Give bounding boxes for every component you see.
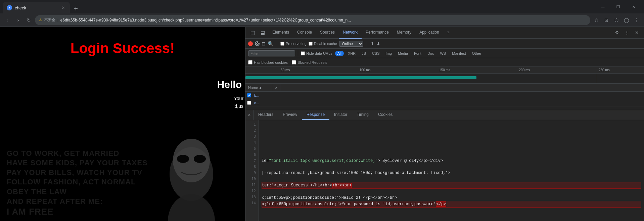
filter-bar: Hide data URLs All XHR JS CSS Img Media …	[245, 49, 644, 58]
request-list[interactable]: b... c...	[245, 92, 644, 110]
filter-media[interactable]: Media	[396, 51, 410, 56]
filter-other[interactable]: Other	[470, 51, 484, 56]
active-tab[interactable]: ● check ✕	[3, 2, 70, 13]
preserve-log-input[interactable]	[280, 42, 284, 46]
hide-data-urls-checkbox[interactable]: Hide data URLs	[301, 51, 332, 55]
filter-css[interactable]: CSS	[370, 51, 382, 56]
maximize-button[interactable]: ❐	[610, 0, 626, 13]
forward-button[interactable]: ›	[13, 15, 23, 25]
hide-data-urls-input[interactable]	[301, 51, 305, 55]
devtools-tab-sources[interactable]: Sources	[316, 27, 339, 39]
request-row-1-name: b...	[253, 93, 280, 97]
devtools-inspect-button[interactable]: ⬚	[248, 28, 257, 37]
filter-all[interactable]: All	[335, 51, 344, 56]
profile-button[interactable]: ◯	[622, 15, 631, 25]
sub-tab-headers[interactable]: Headers	[254, 110, 278, 120]
timeline-cursor	[596, 74, 596, 84]
filter-font[interactable]: Font	[412, 51, 423, 56]
webpage-content: Login Success! GO TO WORK, GET MARRIED H…	[0, 27, 245, 221]
request-row-1[interactable]: b...	[245, 92, 644, 99]
url-bar[interactable]: ⚠ 不安全 | e6dfa65b-5548-447e-a930-94ffa915…	[35, 15, 590, 25]
code-line-8	[262, 164, 641, 170]
filter-js[interactable]: JS	[360, 51, 368, 56]
sub-tab-response[interactable]: Response	[302, 110, 329, 120]
extensions-button[interactable]: ⬡	[612, 15, 621, 25]
row-1-checkbox-input[interactable]	[247, 93, 251, 97]
timeline-label-150ms: 150 ms	[405, 67, 485, 73]
network-throttle-select[interactable]: Online Fast 3G Slow 3G Offline	[339, 41, 363, 47]
main-area: Login Success! GO TO WORK, GET MARRIED H…	[0, 27, 644, 221]
devtools-split-pane: Name ▲ × b...	[245, 84, 644, 221]
separator-2	[367, 41, 367, 47]
refresh-button[interactable]: ↻	[24, 15, 34, 25]
devtools-tab-application[interactable]: Application	[415, 27, 443, 39]
blocked-requests-input[interactable]	[292, 60, 296, 64]
search-button[interactable]: 🔍	[268, 41, 273, 46]
filter-xhr[interactable]: XHR	[346, 51, 358, 56]
new-tab-button[interactable]: +	[71, 4, 81, 13]
filter-doc[interactable]: Doc	[425, 51, 436, 56]
devtools-more-button[interactable]: ⋮	[623, 28, 631, 37]
request-row-2-checkbox[interactable]	[245, 101, 253, 105]
has-blocked-cookies-checkbox[interactable]: Has blocked cookies	[248, 60, 288, 64]
stop-button[interactable]: ⊘	[255, 41, 260, 46]
sub-tab-close-button[interactable]: ×	[245, 110, 254, 120]
line-num-3: 3	[245, 134, 259, 140]
filter-input[interactable]	[248, 50, 295, 56]
code-line-3	[262, 134, 641, 140]
devtools-tab-performance[interactable]: Performance	[362, 27, 393, 39]
record-button[interactable]	[248, 41, 253, 46]
close-button[interactable]: ✕	[626, 0, 641, 13]
timeline-label-50ms: 50 ms	[245, 67, 325, 73]
devtools-panel: ⬚ ⬓ Elements Console Sources Network Per…	[245, 27, 644, 221]
code-line-9: |-repeat:no-repeat ;background-size:100%…	[262, 170, 641, 176]
import-button[interactable]: ⬆	[370, 41, 374, 46]
col-close[interactable]: ×	[272, 84, 280, 91]
back-button[interactable]: ‹	[3, 15, 12, 25]
filter-button[interactable]: ⊟	[262, 41, 266, 46]
timeline-bar-green	[245, 76, 476, 79]
filter-ws[interactable]: WS	[438, 51, 448, 56]
menu-button[interactable]: ⋮	[632, 15, 641, 25]
sub-tab-cookies[interactable]: Cookies	[373, 110, 397, 120]
request-row-1-checkbox[interactable]	[245, 93, 253, 97]
response-sub-tabs: × Headers Preview Response Initiator Tim…	[245, 110, 644, 120]
tab-close-button[interactable]: ✕	[60, 5, 66, 10]
svg-point-4	[168, 194, 215, 221]
has-blocked-cookies-label: Has blocked cookies	[254, 60, 288, 64]
bookmark-button[interactable]: ☆	[592, 15, 601, 25]
devtools-tab-console[interactable]: Console	[293, 27, 316, 39]
devtools-tab-network[interactable]: Network	[339, 27, 362, 39]
filter-img[interactable]: Img	[384, 51, 394, 56]
devtools-tab-more[interactable]: »	[443, 27, 454, 39]
code-line-14: x;left:650px;position:absolute;'>Your pa…	[262, 201, 641, 208]
devtools-toolbar: ⬚ ⬓ Elements Console Sources Network Per…	[245, 27, 644, 39]
code-line-2	[262, 128, 641, 134]
col-name-header[interactable]: Name ▲	[245, 84, 272, 91]
request-row-2[interactable]: c...	[245, 99, 644, 106]
sub-tab-initiator[interactable]: Initiator	[329, 110, 352, 120]
col-name-label: Name	[248, 86, 258, 90]
code-line-7: le="font:italic 15px Georgia,serif;color…	[262, 158, 641, 164]
devtools-tab-elements[interactable]: Elements	[268, 27, 293, 39]
devtools-device-button[interactable]: ⬓	[258, 28, 267, 37]
has-blocked-cookies-input[interactable]	[248, 60, 252, 64]
devtools-tab-memory[interactable]: Memory	[393, 27, 415, 39]
address-bar: ‹ › ↻ ⚠ 不安全 | e6dfa65b-5548-447e-a930-94…	[0, 13, 644, 27]
timeline-label-250ms: 250 ms	[564, 67, 644, 73]
row-2-checkbox-input[interactable]	[247, 101, 251, 105]
devtools-close-button[interactable]: ✕	[633, 28, 641, 37]
line-num-4: 4	[245, 140, 259, 146]
disable-cache-input[interactable]	[309, 42, 313, 46]
filter-manifest[interactable]: Manifest	[450, 51, 468, 56]
export-button[interactable]: ⬇	[376, 41, 380, 46]
code-line-12	[262, 189, 641, 195]
sub-tab-timing[interactable]: Timing	[352, 110, 373, 120]
devtools-settings-button[interactable]: ⚙	[612, 28, 621, 37]
sub-tab-preview[interactable]: Preview	[278, 110, 302, 120]
disable-cache-checkbox[interactable]: Disable cache	[309, 42, 337, 46]
blocked-requests-checkbox[interactable]: Blocked Requests	[292, 60, 327, 64]
cast-button[interactable]: ⊡	[602, 15, 611, 25]
minimize-button[interactable]: —	[595, 0, 610, 13]
preserve-log-checkbox[interactable]: Preserve log	[280, 42, 307, 46]
